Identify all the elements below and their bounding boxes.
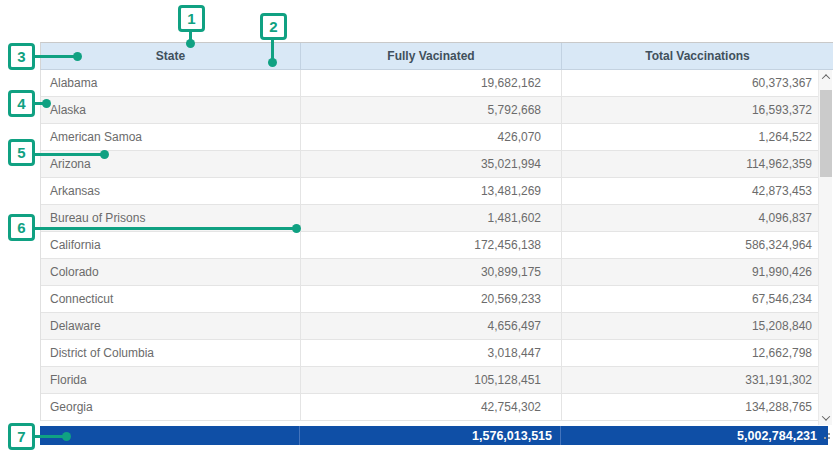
annotated-table-screenshot: State Fully Vacinated Total Vaccinations… — [0, 0, 833, 453]
table-row[interactable]: Alabama 19,682,162 60,373,367 — [41, 70, 818, 97]
state-cell: California — [41, 232, 300, 258]
callout-7: 7 — [8, 423, 35, 450]
table-row[interactable]: Arkansas 13,481,269 42,873,453 — [41, 178, 818, 205]
table-row[interactable]: Florida 105,128,451 331,191,302 — [41, 367, 818, 394]
total-vaccinations-cell: 42,873,453 — [561, 178, 818, 204]
callout-1-dot — [186, 39, 195, 48]
table-row[interactable]: American Samoa 426,070 1,264,522 — [41, 124, 818, 151]
scroll-down-button[interactable] — [819, 411, 833, 425]
table-row[interactable]: California 172,456,138 586,324,964 — [41, 232, 818, 259]
state-cell: District of Columbia — [41, 340, 300, 366]
totals-fully-vacinated: 1,576,013,515 — [299, 426, 560, 445]
callout-5-connector — [33, 153, 105, 156]
total-vaccinations-cell: 60,373,367 — [561, 70, 818, 96]
resize-grip-icon — [824, 437, 826, 439]
chevron-down-icon — [822, 412, 830, 420]
total-vaccinations-cell: 134,288,765 — [561, 394, 818, 420]
callout-3-dot — [73, 52, 82, 61]
state-cell: American Samoa — [41, 124, 300, 150]
table-row[interactable]: Colorado 30,899,175 91,990,426 — [41, 259, 818, 286]
state-cell: Alabama — [41, 70, 300, 96]
total-vaccinations-cell: 91,990,426 — [561, 259, 818, 285]
totals-total-vaccinations: 5,002,784,231 — [560, 426, 828, 445]
callout-5: 5 — [8, 139, 35, 166]
total-vaccinations-cell: 114,962,359 — [561, 151, 818, 177]
callout-6-connector — [33, 227, 297, 230]
vertical-scrollbar[interactable] — [818, 70, 832, 425]
callout-3: 3 — [8, 43, 35, 70]
state-cell: Delaware — [41, 313, 300, 339]
table-row[interactable]: Delaware 4,656,497 15,208,840 — [41, 313, 818, 340]
total-vaccinations-cell: 16,593,372 — [561, 97, 818, 123]
state-cell: Georgia — [41, 394, 300, 420]
callout-2-connector — [271, 37, 274, 60]
callout-7-dot — [62, 432, 71, 441]
fully-vacinated-cell: 172,456,138 — [300, 232, 561, 258]
totals-state-cell — [40, 426, 299, 445]
total-vaccinations-cell: 12,662,798 — [561, 340, 818, 366]
fully-vacinated-cell: 19,682,162 — [300, 70, 561, 96]
table-row[interactable]: Alaska 5,792,668 16,593,372 — [41, 97, 818, 124]
total-vaccinations-cell: 4,096,837 — [561, 205, 818, 231]
total-vaccinations-cell: 15,208,840 — [561, 313, 818, 339]
callout-2-dot — [268, 58, 277, 67]
fully-vacinated-cell: 105,128,451 — [300, 367, 561, 393]
fully-vacinated-cell: 13,481,269 — [300, 178, 561, 204]
fully-vacinated-cell: 5,792,668 — [300, 97, 561, 123]
table-header-row: State Fully Vacinated Total Vaccinations — [40, 42, 833, 70]
state-cell: Colorado — [41, 259, 300, 285]
fully-vacinated-cell: 20,569,233 — [300, 286, 561, 312]
callout-2: 2 — [260, 13, 287, 40]
scroll-up-button[interactable] — [819, 70, 833, 84]
fully-vacinated-cell: 42,754,302 — [300, 394, 561, 420]
callout-6: 6 — [8, 214, 35, 241]
fully-vacinated-cell: 35,021,994 — [300, 151, 561, 177]
table-body: Alabama 19,682,162 60,373,367 Alaska 5,7… — [40, 70, 818, 421]
table-row[interactable]: Georgia 42,754,302 134,288,765 — [41, 394, 818, 421]
callout-4: 4 — [8, 90, 35, 117]
callout-1: 1 — [178, 5, 205, 32]
fully-vacinated-cell: 4,656,497 — [300, 313, 561, 339]
chevron-up-icon — [822, 74, 830, 82]
table-row[interactable]: Arizona 35,021,994 114,962,359 — [41, 151, 818, 178]
column-header-total-vaccinations[interactable]: Total Vaccinations — [561, 43, 833, 69]
total-vaccinations-cell: 1,264,522 — [561, 124, 818, 150]
totals-row: 1,576,013,515 5,002,784,231 — [40, 426, 828, 445]
state-cell: Florida — [41, 367, 300, 393]
scrollbar-thumb[interactable] — [820, 90, 832, 177]
callout-5-dot — [100, 150, 109, 159]
callout-3-connector — [33, 55, 77, 58]
callout-4-dot — [42, 99, 51, 108]
fully-vacinated-cell: 3,018,447 — [300, 340, 561, 366]
total-vaccinations-cell: 67,546,234 — [561, 286, 818, 312]
fully-vacinated-cell: 1,481,602 — [300, 205, 561, 231]
state-cell: Alaska — [41, 97, 300, 123]
column-header-fully-vacinated[interactable]: Fully Vacinated — [300, 43, 561, 69]
total-vaccinations-cell: 331,191,302 — [561, 367, 818, 393]
state-cell: Arkansas — [41, 178, 300, 204]
fully-vacinated-cell: 426,070 — [300, 124, 561, 150]
table-row[interactable]: District of Columbia 3,018,447 12,662,79… — [41, 340, 818, 367]
fully-vacinated-cell: 30,899,175 — [300, 259, 561, 285]
state-cell: Connecticut — [41, 286, 300, 312]
total-vaccinations-cell: 586,324,964 — [561, 232, 818, 258]
callout-6-dot — [292, 224, 301, 233]
vaccinations-table: State Fully Vacinated Total Vaccinations… — [40, 42, 833, 421]
table-row[interactable]: Connecticut 20,569,233 67,546,234 — [41, 286, 818, 313]
